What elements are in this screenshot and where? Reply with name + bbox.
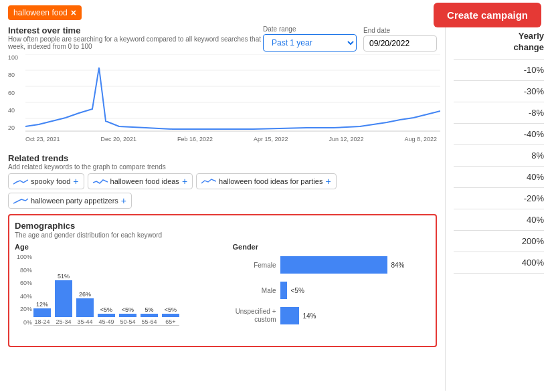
yearly-value-8: 40% (454, 211, 544, 229)
trend-pill-4[interactable]: halloween party appetizers + (8, 193, 132, 209)
related-trends-section: Related trends Add related keywords to t… (8, 153, 437, 209)
age-bar-50-54: <5% 50-54 (119, 306, 136, 325)
age-bars: 12% 18-24 51% 25-34 26% (33, 254, 179, 326)
gender-unspecified-row: Unspecified + custom 14% (233, 307, 431, 324)
gender-male-row: Male <5% (233, 282, 431, 299)
main-layout: Interest over time How often people are … (0, 25, 552, 391)
plus-icon-3: + (325, 176, 331, 187)
yearly-value-6: 40% (454, 168, 544, 186)
trend-pill-3[interactable]: halloween food ideas for parties + (196, 173, 337, 189)
yearly-value-9: 200% (454, 232, 544, 250)
x-label-1: Oct 23, 2021 (25, 136, 60, 142)
x-label-4: Apr 15, 2022 (254, 136, 288, 142)
yearly-divider-7 (454, 209, 544, 209)
yearly-change-header: Yearlychange (454, 31, 544, 54)
age-bar-25-34: 51% 25-34 (55, 273, 72, 325)
trend-pills-container: spooky food + halloween food ideas + hal… (8, 173, 437, 209)
gender-unspecified-pct: 14% (303, 312, 316, 320)
trend-pill-1[interactable]: spooky food + (8, 173, 84, 189)
related-trends-title: Related trends (8, 153, 437, 163)
trend-label-4: halloween party appetizers (31, 197, 118, 205)
gender-male-label: Male (233, 287, 276, 294)
yearly-divider-8 (454, 230, 544, 231)
y-label-80: 80 (8, 72, 18, 78)
age-y-labels: 100% 80% 60% 40% 20% 0% (15, 254, 33, 326)
interest-over-time-section: Interest over time How often people are … (8, 25, 437, 148)
gender-female-row: Female 84% (233, 256, 431, 274)
trend-pill-2[interactable]: halloween food ideas + (88, 173, 193, 189)
age-section: Age 100% 80% 60% 40% 20% 0% (15, 243, 213, 340)
plus-icon-1: + (73, 176, 78, 187)
gender-male-bar (280, 282, 287, 299)
age-bar-45-49: <5% 45-49 (98, 306, 115, 325)
y-label-20: 20 (8, 124, 18, 131)
trend-label-1: spooky food (31, 177, 70, 185)
age-bar-18-24: 12% 18-24 (33, 301, 51, 325)
gender-section: Gender Female 84% Male <5% Unspecified +… (226, 243, 431, 340)
age-bar-55-64: 5% 55-64 (141, 306, 158, 325)
date-range-label: Date range (263, 25, 357, 33)
create-campaign-button[interactable]: Create campaign (434, 3, 541, 27)
plus-icon-4: + (121, 195, 126, 206)
yearly-divider-2 (454, 102, 544, 102)
yearly-divider-0 (454, 59, 544, 60)
age-title: Age (15, 243, 213, 251)
y-axis-labels: 100 80 60 40 20 (8, 54, 19, 131)
gender-female-pct: 84% (391, 262, 405, 269)
line-chart-svg (25, 54, 440, 134)
date-range-select[interactable]: Past 1 year Past 5 years Past 12 months … (263, 34, 357, 52)
close-icon[interactable]: × (71, 7, 76, 18)
demographics-subtitle: The age and gender distribution for each… (15, 231, 430, 239)
end-date-input[interactable] (363, 35, 437, 52)
left-panel: Interest over time How often people are … (0, 25, 445, 391)
plus-icon-2: + (182, 176, 187, 187)
age-bar-65plus: <5% 65+ (162, 306, 179, 325)
trend-label-3: halloween food ideas for parties (219, 177, 323, 185)
demographics-section: Demographics The age and gender distribu… (8, 214, 437, 347)
trend-label-2: halloween food ideas (110, 177, 179, 185)
y-label-60: 60 (8, 90, 18, 96)
demographics-content: Age 100% 80% 60% 40% 20% 0% (15, 243, 430, 340)
yearly-divider-6 (454, 187, 544, 188)
end-date-label: End date (363, 27, 437, 34)
yearly-value-1: -10% (454, 61, 544, 79)
yearly-divider-3 (454, 123, 544, 124)
top-bar: halloween food × Create campaign (0, 0, 552, 25)
yearly-divider-1 (454, 80, 544, 81)
x-label-3: Feb 16, 2022 (177, 136, 213, 142)
yearly-divider-5 (454, 166, 544, 167)
yearly-divider-4 (454, 144, 544, 145)
gender-unspecified-bar (280, 307, 299, 324)
x-label-6: Aug 8, 2022 (404, 136, 437, 142)
gender-female-bar (280, 256, 387, 274)
yearly-value-10: 400% (454, 254, 544, 272)
gender-title: Gender (233, 243, 431, 251)
yearly-value-2: -30% (454, 82, 544, 100)
yearly-value-3: -8% (454, 104, 544, 122)
x-label-2: Dec 20, 2021 (100, 136, 136, 142)
yearly-value-5: 8% (454, 146, 544, 165)
age-bar-35-44: 26% 35-44 (76, 291, 94, 325)
related-trends-subtitle: Add related keywords to the graph to com… (8, 163, 437, 171)
yearly-divider-9 (454, 252, 544, 252)
gender-male-pct: <5% (291, 287, 304, 294)
tag-label: halloween food (13, 8, 68, 17)
tag-chip[interactable]: halloween food × (8, 5, 82, 20)
yearly-divider-10 (454, 273, 544, 274)
right-panel: Yearlychange -10% -30% -8% -40% 8% 40% -… (445, 25, 552, 391)
x-label-5: Jun 12, 2022 (329, 136, 363, 142)
yearly-value-7: -20% (454, 189, 544, 207)
gender-unspecified-label: Unspecified + custom (233, 308, 276, 324)
y-label-100: 100 (8, 54, 18, 61)
y-label-40: 40 (8, 107, 18, 114)
interest-chart: 100 80 60 40 20 (8, 54, 437, 148)
interest-subtitle: How often people are searching for a key… (8, 35, 263, 50)
demographics-title: Demographics (15, 221, 430, 231)
gender-female-label: Female (233, 262, 276, 269)
interest-title: Interest over time (8, 25, 263, 35)
yearly-value-4: -40% (454, 125, 544, 143)
